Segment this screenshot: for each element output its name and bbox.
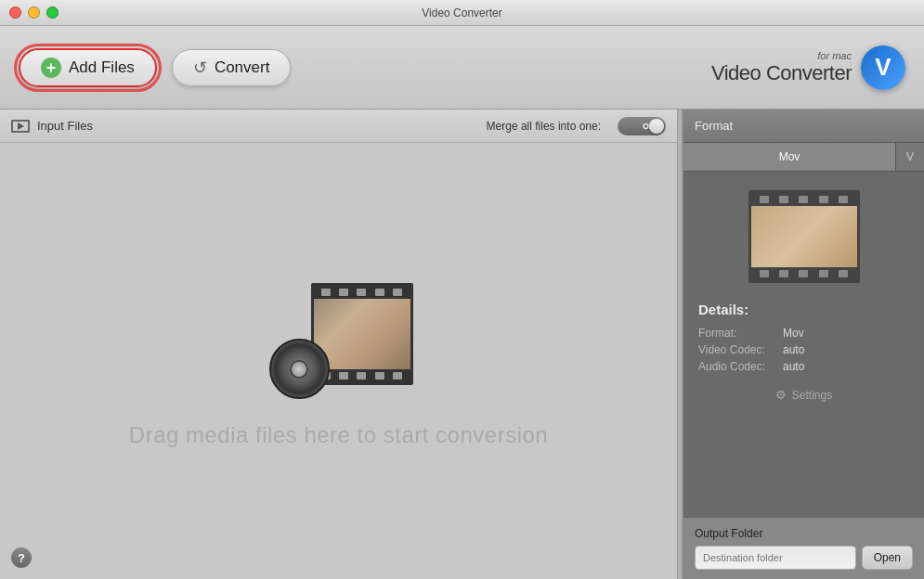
- drop-text: Drag media files here to start conversio…: [129, 422, 548, 448]
- left-panel: Input Files Merge all files into one: OF…: [0, 109, 677, 579]
- format-thumbnail: [748, 190, 860, 283]
- brand-text: for mac Video Converter: [711, 50, 852, 85]
- format-tabs: Mov V: [683, 143, 924, 172]
- settings-label: Settings: [792, 389, 832, 402]
- format-label: Format: [695, 119, 733, 133]
- brand-logo-area: for mac Video Converter V: [711, 45, 905, 90]
- close-button[interactable]: [9, 6, 21, 19]
- help-button[interactable]: ?: [11, 547, 32, 568]
- tab-mov[interactable]: Mov: [683, 143, 896, 171]
- film-reel: [269, 339, 330, 399]
- merge-label: Merge all files into one:: [487, 120, 601, 133]
- output-folder-label: Output Folder: [695, 527, 913, 540]
- convert-label: Convert: [215, 58, 270, 77]
- detail-audio-codec-val: auto: [783, 360, 804, 373]
- detail-audio-codec-row: Audio Codec: auto: [698, 360, 909, 373]
- brand-icon: V: [861, 45, 905, 90]
- destination-input[interactable]: [695, 546, 856, 570]
- settings-bar[interactable]: ⚙ Settings: [761, 377, 847, 413]
- maximize-button[interactable]: [46, 6, 59, 19]
- film-icon: [265, 274, 413, 404]
- tab-v[interactable]: V: [896, 143, 924, 171]
- detail-audio-codec-key: Audio Codec:: [698, 360, 777, 373]
- gear-icon: ⚙: [775, 388, 787, 402]
- minimize-button[interactable]: [28, 6, 40, 19]
- input-files-bar: Input Files Merge all files into one: OF…: [0, 109, 677, 143]
- detail-format-val: Mov: [783, 327, 804, 340]
- toolbar: + Add Files ↺ Convert for mac Video Conv…: [0, 26, 924, 109]
- detail-format-key: Format:: [698, 327, 777, 340]
- open-button[interactable]: Open: [862, 546, 913, 570]
- window-title: Video Converter: [422, 6, 502, 19]
- title-bar: Video Converter: [0, 0, 924, 26]
- window-controls: [9, 6, 59, 19]
- details-title: Details:: [698, 302, 909, 317]
- detail-video-codec-row: Video Codec: auto: [698, 343, 909, 356]
- format-preview: Details: Format: Mov Video Codec: auto A…: [683, 172, 924, 517]
- play-icon: [11, 120, 30, 133]
- right-panel: Format Mov V: [683, 109, 924, 579]
- input-files-label: Input Files: [37, 119, 93, 133]
- format-bar: Format: [683, 109, 924, 143]
- brand-for-mac: for mac: [817, 50, 852, 61]
- merge-toggle[interactable]: OFF: [618, 117, 666, 135]
- details-section: Details: Format: Mov Video Codec: auto A…: [683, 302, 924, 377]
- brand-name: Video Converter: [711, 61, 852, 85]
- output-folder-row: Open: [695, 546, 913, 570]
- content-area: Input Files Merge all files into one: OF…: [0, 109, 924, 579]
- add-files-label: Add Files: [69, 58, 135, 77]
- detail-format-row: Format: Mov: [698, 327, 909, 340]
- toggle-knob: [649, 119, 664, 134]
- app-container: + Add Files ↺ Convert for mac Video Conv…: [0, 26, 924, 579]
- convert-button[interactable]: ↺ Convert: [172, 49, 292, 86]
- svg-marker-0: [18, 122, 24, 130]
- refresh-icon: ↺: [193, 58, 207, 78]
- add-files-button[interactable]: + Add Files: [19, 48, 157, 87]
- drop-area[interactable]: Drag media files here to start conversio…: [0, 143, 677, 579]
- detail-video-codec-key: Video Codec:: [698, 343, 777, 356]
- output-folder: Output Folder Open: [683, 517, 924, 579]
- detail-video-codec-val: auto: [783, 343, 804, 356]
- plus-icon: +: [41, 58, 61, 78]
